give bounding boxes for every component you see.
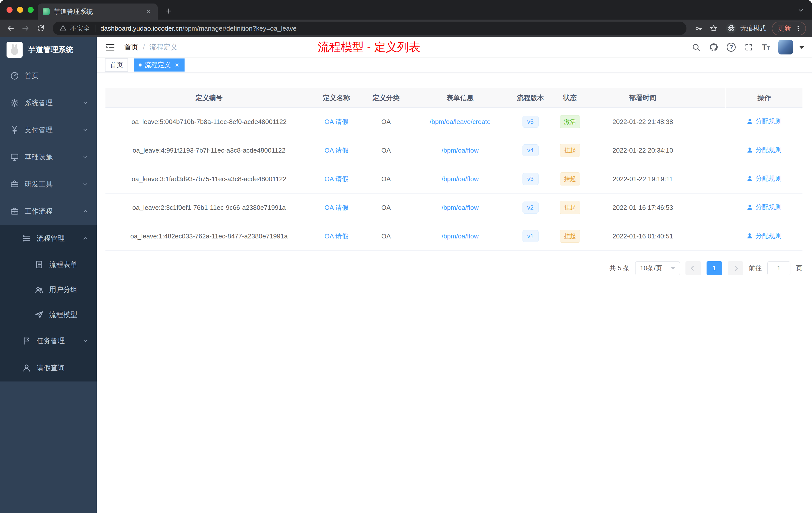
user-group-icon bbox=[35, 285, 44, 294]
zoom-window-button[interactable] bbox=[28, 7, 34, 13]
back-button[interactable] bbox=[4, 22, 17, 35]
url-text: dashboard.yudao.iocoder.cn/bpm/manager/d… bbox=[100, 25, 296, 32]
assign-rule-label: 分配规则 bbox=[755, 203, 782, 212]
cell-definition-name: OA 请假 bbox=[313, 193, 360, 222]
form-link[interactable]: /bpm/oa/leave/create bbox=[430, 118, 491, 125]
sidebar-item-leave-query[interactable]: 请假查询 bbox=[0, 354, 97, 382]
fullscreen-icon[interactable] bbox=[744, 43, 753, 52]
breadcrumb-home[interactable]: 首页 bbox=[124, 42, 138, 52]
sidebar-collapse-icon[interactable] bbox=[105, 42, 116, 53]
cell-category: OA bbox=[360, 108, 412, 136]
current-page-button[interactable]: 1 bbox=[706, 261, 722, 275]
tags-view-bar: 首页 流程定义 bbox=[97, 57, 812, 73]
prev-page-button[interactable] bbox=[686, 261, 701, 275]
status-badge: 挂起 bbox=[560, 201, 580, 214]
page-size-select[interactable]: 10条/页 bbox=[635, 261, 680, 275]
update-label: 更新 bbox=[778, 24, 791, 33]
goto-page-input[interactable] bbox=[767, 261, 790, 275]
sidebar-item-task-management[interactable]: 任务管理 bbox=[0, 327, 97, 354]
help-icon[interactable]: ? bbox=[727, 43, 736, 52]
minimize-window-button[interactable] bbox=[17, 7, 23, 13]
address-bar[interactable]: 不安全 dashboard.yudao.iocoder.cn/bpm/manag… bbox=[53, 22, 687, 35]
password-key-icon[interactable] bbox=[692, 22, 705, 35]
sidebar-item-process-form[interactable]: 流程表单 bbox=[0, 252, 97, 277]
form-link[interactable]: /bpm/oa/flow bbox=[442, 233, 478, 240]
bookmark-star-icon[interactable] bbox=[707, 22, 720, 35]
browser-menu-kebab-icon[interactable] bbox=[795, 25, 802, 32]
sidebar-item-payment[interactable]: 支付管理 bbox=[0, 117, 97, 144]
assign-rule-link[interactable]: 分配规则 bbox=[747, 117, 782, 126]
reload-button[interactable] bbox=[34, 22, 47, 35]
form-link[interactable]: /bpm/oa/flow bbox=[442, 175, 478, 183]
chrome-update-button[interactable]: 更新 bbox=[772, 22, 806, 35]
form-link[interactable]: /bpm/oa/flow bbox=[442, 147, 478, 154]
font-size-icon[interactable]: TT bbox=[762, 43, 770, 51]
pagination-total: 共 5 条 bbox=[609, 264, 630, 273]
cell-version: v3 bbox=[509, 164, 552, 193]
user-avatar[interactable] bbox=[778, 40, 793, 55]
definition-name-link[interactable]: OA 请假 bbox=[324, 204, 348, 211]
briefcase-icon bbox=[10, 207, 19, 216]
sidebar-item-user-group[interactable]: 用户分组 bbox=[0, 277, 97, 302]
chevron-down-icon bbox=[82, 100, 89, 106]
status-badge: 挂起 bbox=[560, 173, 580, 185]
form-link[interactable]: /bpm/oa/flow bbox=[442, 204, 478, 211]
chevron-right-icon bbox=[733, 266, 738, 271]
breadcrumb-current: 流程定义 bbox=[149, 42, 177, 52]
assign-rule-link[interactable]: 分配规则 bbox=[747, 174, 782, 183]
sidebar-item-workflow[interactable]: 工作流程 bbox=[0, 198, 97, 225]
sidebar-item-devtools[interactable]: 研发工具 bbox=[0, 171, 97, 198]
cell-version: v1 bbox=[509, 222, 552, 250]
app-title: 芋道管理系统 bbox=[28, 45, 73, 55]
toolbox-icon bbox=[10, 180, 19, 189]
chevron-down-icon bbox=[82, 154, 89, 160]
cell-status: 挂起 bbox=[552, 136, 587, 164]
definition-name-link[interactable]: OA 请假 bbox=[324, 147, 348, 154]
cell-definition-name: OA 请假 bbox=[313, 222, 360, 250]
person-icon bbox=[747, 118, 753, 125]
avatar-dropdown-caret-icon[interactable] bbox=[799, 46, 805, 49]
incognito-icon bbox=[726, 23, 737, 34]
chevron-up-icon bbox=[82, 208, 89, 215]
github-icon[interactable] bbox=[709, 43, 718, 52]
definition-name-link[interactable]: OA 请假 bbox=[324, 118, 348, 125]
app-root: 芋道管理系统 首页 系统管理 支付管理 基础设施 bbox=[0, 37, 812, 513]
sidebar-item-label: 系统管理 bbox=[25, 98, 53, 108]
next-page-button[interactable] bbox=[728, 261, 743, 275]
assign-rule-link[interactable]: 分配规则 bbox=[747, 232, 782, 240]
sidebar-item-process-model[interactable]: 流程模型 bbox=[0, 302, 97, 327]
tab-search-chevron-icon[interactable] bbox=[797, 6, 805, 14]
person-icon bbox=[747, 233, 753, 239]
sidebar-item-infrastructure[interactable]: 基础设施 bbox=[0, 144, 97, 171]
cell-form-info: /bpm/oa/flow bbox=[412, 222, 509, 250]
close-window-button[interactable] bbox=[6, 7, 12, 13]
list-icon bbox=[22, 234, 31, 243]
browser-window: 芋道管理系统 不安全 dashboard.yudao.ioc bbox=[0, 0, 812, 513]
assign-rule-link[interactable]: 分配规则 bbox=[747, 203, 782, 212]
search-icon[interactable] bbox=[692, 43, 700, 52]
tab-close-icon[interactable] bbox=[145, 7, 153, 16]
assign-rule-label: 分配规则 bbox=[755, 146, 782, 154]
cell-actions: 分配规则 bbox=[726, 108, 803, 136]
tag-home[interactable]: 首页 bbox=[105, 58, 128, 71]
forward-button[interactable] bbox=[19, 22, 32, 35]
new-tab-button[interactable] bbox=[164, 6, 174, 16]
url-path: /bpm/manager/definition?key=oa_leave bbox=[182, 25, 297, 32]
tag-process-definition[interactable]: 流程定义 bbox=[134, 58, 184, 71]
cell-category: OA bbox=[360, 193, 412, 222]
sidebar-item-label: 研发工具 bbox=[25, 179, 53, 189]
chevron-down-icon bbox=[82, 127, 89, 133]
assign-rule-link[interactable]: 分配规则 bbox=[747, 146, 782, 154]
browser-tab[interactable]: 芋道管理系统 bbox=[38, 3, 158, 20]
definition-name-link[interactable]: OA 请假 bbox=[324, 175, 348, 183]
definition-name-link[interactable]: OA 请假 bbox=[324, 233, 348, 240]
tag-close-icon[interactable] bbox=[174, 62, 180, 68]
cell-definition-id: oa_leave:5:004b710b-7b8a-11ec-8ef0-acde4… bbox=[106, 108, 313, 136]
sidebar-item-home[interactable]: 首页 bbox=[0, 62, 97, 89]
sidebar-item-process-management[interactable]: 流程管理 bbox=[0, 225, 97, 252]
breadcrumb: 首页 / 流程定义 bbox=[124, 42, 177, 52]
table-row: oa_leave:4:991f2193-7b7f-11ec-a3c8-acde4… bbox=[106, 136, 803, 164]
sidebar-item-system[interactable]: 系统管理 bbox=[0, 89, 97, 117]
active-tag-dot bbox=[139, 63, 142, 66]
table-header-row: 定义编号 定义名称 定义分类 表单信息 流程版本 状态 部署时间 操作 bbox=[106, 88, 803, 108]
